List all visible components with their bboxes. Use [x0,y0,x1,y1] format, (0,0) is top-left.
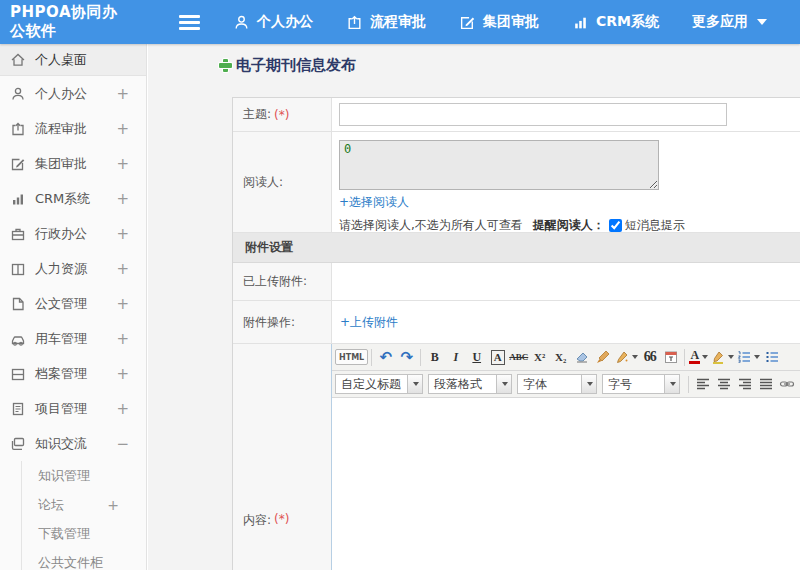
sidebar-item-knowledge-exchange[interactable]: 知识交流 − [0,426,146,461]
readers-label: 阅读人: [233,132,332,232]
editor-toolbar-row1: HTML ↶ ↷ B I U A ABC X² X₂ [332,344,800,371]
readers-hint: 请选择阅读人,不选为所有人可查看 [339,217,523,234]
required-mark: (*) [274,108,289,122]
expand-plus[interactable]: + [116,190,146,208]
expand-plus[interactable]: + [116,260,146,278]
unordered-list-icon[interactable] [762,347,781,367]
sidebar-subitem-knowledge-management[interactable]: 知识管理 [22,461,146,490]
paragraph-format-select[interactable]: 段落格式 [428,374,512,394]
strikethrough-button[interactable]: ABC [509,347,528,367]
align-right-icon[interactable] [735,374,754,394]
expand-plus[interactable]: + [116,120,146,138]
font-box-button[interactable]: A [491,350,505,365]
bold-button[interactable]: B [425,347,444,367]
nav-more-apps[interactable]: 更多应用 [692,13,767,31]
select-readers-link[interactable]: +选择阅读人 [339,194,409,211]
sidebar-item-personal-desktop[interactable]: 个人桌面 [0,44,146,76]
nav-group-approval[interactable]: 集团审批 [459,13,539,31]
underline-button[interactable]: U [467,347,486,367]
expand-minus[interactable]: − [116,435,146,453]
expand-plus[interactable]: + [116,295,146,313]
blockquote-button[interactable]: 66 [640,347,659,367]
sms-notify-checkbox[interactable] [609,219,622,232]
align-justify-icon[interactable] [756,374,775,394]
home-icon [10,52,26,68]
caret-down-icon [587,382,593,386]
expand-plus[interactable]: + [116,330,146,348]
expand-plus[interactable]: + [116,400,146,418]
subscript-button[interactable]: X₂ [551,347,570,367]
uploaded-attachments-row: 已上传附件: [233,263,800,301]
user-icon [233,14,250,31]
font-color-button[interactable]: A [689,350,700,364]
eraser-icon[interactable] [572,347,591,367]
project-icon [10,401,26,417]
sidebar-item-vehicle-management[interactable]: 用车管理 + [0,321,146,356]
car-icon [10,331,26,347]
content-label: 内容: (*) [233,344,332,570]
highlight-icon[interactable] [710,347,734,367]
ordered-list-icon[interactable] [736,347,760,367]
subject-row: 主题: (*) [233,98,800,132]
sidebar-subitem-public-cabinet[interactable]: 公共文件柜 [22,548,146,570]
subject-input[interactable] [339,103,727,126]
align-left-icon[interactable] [693,374,712,394]
font-family-select[interactable]: 字体 [517,374,597,394]
readers-textarea[interactable]: 0 [339,140,659,190]
nav-label: 流程审批 [370,13,426,31]
sidebar-item-admin-office[interactable]: 行政办公 + [0,216,146,251]
chart-icon [10,191,26,207]
caret-down-icon [757,19,767,25]
caret-down-icon [502,382,508,386]
sidebar-subitem-download-management[interactable]: 下载管理 [22,519,146,548]
sidebar-item-archive-management[interactable]: 档案管理 + [0,356,146,391]
superscript-button[interactable]: X² [530,347,549,367]
sidebar-item-crm-system[interactable]: CRM系统 + [0,181,146,216]
nav-label: 集团审批 [483,13,539,31]
sidebar-item-personal-office[interactable]: 个人办公 + [0,76,146,111]
top-header: PHPOA协同办公软件 个人办公 流程审批 集团审批 CRM系统 更多应用 [0,0,800,44]
insert-date-icon[interactable] [661,347,680,367]
attachment-operation-row: 附件操作: +上传附件 [233,301,800,344]
expand-plus[interactable]: + [107,497,146,513]
header-nav: 个人办公 流程审批 集团审批 CRM系统 更多应用 [233,13,800,31]
sms-notify-label: 短消息提示 [625,217,685,234]
expand-plus[interactable]: + [116,85,146,103]
nav-workflow-approval[interactable]: 流程审批 [346,13,426,31]
nav-label: 更多应用 [692,13,748,31]
sidebar-item-project-management[interactable]: 项目管理 + [0,391,146,426]
user-icon [10,86,26,102]
archive-icon [10,366,26,382]
caret-down-icon [413,382,419,386]
html-source-button[interactable]: HTML [335,349,368,365]
custom-title-select[interactable]: 自定义标题 [335,374,423,394]
expand-plus[interactable]: + [116,155,146,173]
font-size-select[interactable]: 字号 [602,374,680,394]
link-icon[interactable] [777,374,796,394]
undo-icon[interactable]: ↶ [376,347,395,367]
nav-personal-office[interactable]: 个人办公 [233,13,313,31]
redo-icon[interactable]: ↷ [397,347,416,367]
format-brush-icon[interactable] [593,347,612,367]
expand-plus[interactable]: + [116,225,146,243]
flow-icon [10,121,26,137]
editor-content-area[interactable] [332,398,800,570]
italic-button[interactable]: I [446,347,465,367]
attachment-section-header: 附件设置 [233,233,800,263]
knowledge-submenu: 知识管理 论坛 + 下载管理 公共文件柜 [21,461,146,570]
color-pen-icon[interactable] [614,347,638,367]
required-mark: (*) [274,512,289,526]
sidebar-subitem-forum[interactable]: 论坛 + [22,490,146,519]
sidebar-item-document-management[interactable]: 公文管理 + [0,286,146,321]
sidebar-item-workflow-approval[interactable]: 流程审批 + [0,111,146,146]
editor-toolbar-row2: 自定义标题 段落格式 字体 字号 [332,371,800,398]
nav-crm-system[interactable]: CRM系统 [572,13,659,31]
sidebar-item-group-approval[interactable]: 集团审批 + [0,146,146,181]
nav-label: CRM系统 [596,13,659,31]
hamburger-menu-icon[interactable] [179,12,200,33]
expand-plus[interactable]: + [116,365,146,383]
upload-attachment-link[interactable]: +上传附件 [340,314,398,331]
edit-icon [459,14,476,31]
sidebar-item-human-resources[interactable]: 人力资源 + [0,251,146,286]
align-center-icon[interactable] [714,374,733,394]
